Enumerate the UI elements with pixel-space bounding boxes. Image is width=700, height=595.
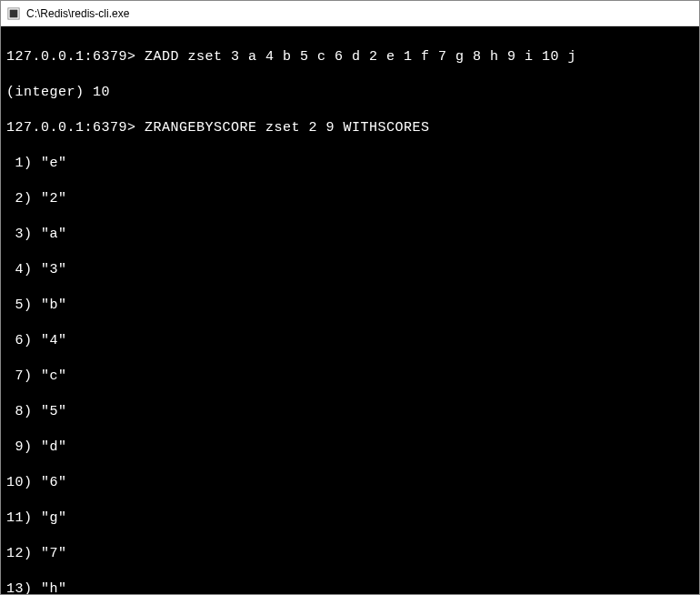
window-title: C:\Redis\redis-cli.exe xyxy=(26,7,129,20)
output: 11) "g" xyxy=(6,509,694,528)
output: 1) "e" xyxy=(6,155,694,173)
output: 2) "2" xyxy=(6,190,694,208)
output: (integer) 10 xyxy=(6,84,694,102)
output: 13) "h" xyxy=(6,580,694,595)
output: 12) "7" xyxy=(6,545,694,563)
command: ZADD zset 3 a 4 b 5 c 6 d 2 e 1 f 7 g 8 … xyxy=(145,49,576,65)
output: 7) "c" xyxy=(6,368,694,386)
output: 9) "d" xyxy=(6,439,694,457)
prompt: 127.0.0.1:6379> xyxy=(6,120,136,136)
terminal-window: C:\Redis\redis-cli.exe 127.0.0.1:6379> Z… xyxy=(0,0,700,595)
output: 8) "5" xyxy=(6,403,694,421)
titlebar[interactable]: C:\Redis\redis-cli.exe xyxy=(1,1,699,26)
prompt: 127.0.0.1:6379> xyxy=(6,49,136,65)
output: 3) "a" xyxy=(6,226,694,244)
output: 5) "b" xyxy=(6,297,694,315)
output: 10) "6" xyxy=(6,474,694,492)
app-icon xyxy=(6,6,21,21)
terminal-body[interactable]: 127.0.0.1:6379> ZADD zset 3 a 4 b 5 c 6 … xyxy=(1,26,699,594)
svg-rect-1 xyxy=(10,9,18,17)
output: 6) "4" xyxy=(6,332,694,350)
command: ZRANGEBYSCORE zset 2 9 WITHSCORES xyxy=(145,120,430,136)
output: 4) "3" xyxy=(6,261,694,279)
